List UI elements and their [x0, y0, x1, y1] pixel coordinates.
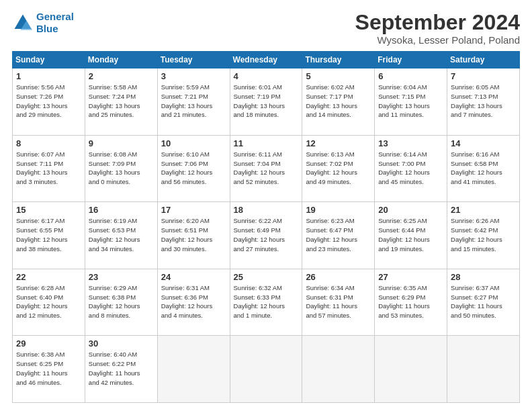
week-row-1: 1Sunrise: 5:56 AM Sunset: 7:26 PM Daylig… — [13, 68, 520, 136]
day-cell-15: 15Sunrise: 6:17 AM Sunset: 6:55 PM Dayli… — [13, 202, 85, 269]
logo-blue-text: Blue — [36, 23, 58, 34]
day-info: Sunrise: 6:31 AM Sunset: 6:36 PM Dayligh… — [161, 283, 226, 320]
page: General Blue September 2024 Wysoka, Less… — [0, 0, 532, 411]
day-cell-26: 26Sunrise: 6:34 AM Sunset: 6:31 PM Dayli… — [302, 269, 375, 336]
day-cell-30: 30Sunrise: 6:40 AM Sunset: 6:22 PM Dayli… — [85, 336, 157, 403]
day-info: Sunrise: 6:35 AM Sunset: 6:29 PM Dayligh… — [378, 283, 443, 320]
day-number: 30 — [89, 338, 154, 349]
day-number: 8 — [16, 138, 81, 148]
day-number: 22 — [16, 272, 81, 282]
day-number: 16 — [89, 205, 154, 215]
day-info: Sunrise: 6:28 AM Sunset: 6:40 PM Dayligh… — [16, 283, 81, 320]
day-cell-14: 14Sunrise: 6:16 AM Sunset: 6:58 PM Dayli… — [447, 135, 520, 202]
day-info: Sunrise: 6:07 AM Sunset: 7:11 PM Dayligh… — [16, 150, 81, 187]
day-cell-10: 10Sunrise: 6:10 AM Sunset: 7:06 PM Dayli… — [157, 135, 230, 202]
day-number: 7 — [451, 71, 516, 81]
day-cell-6: 6Sunrise: 6:04 AM Sunset: 7:15 PM Daylig… — [375, 68, 447, 136]
day-cell-9: 9Sunrise: 6:08 AM Sunset: 7:09 PM Daylig… — [85, 135, 157, 202]
weekday-header-friday: Friday — [375, 52, 447, 68]
day-info: Sunrise: 5:56 AM Sunset: 7:26 PM Dayligh… — [16, 83, 81, 120]
day-cell-18: 18Sunrise: 6:22 AM Sunset: 6:49 PM Dayli… — [230, 202, 302, 269]
day-info: Sunrise: 6:04 AM Sunset: 7:15 PM Dayligh… — [378, 83, 443, 120]
day-number: 2 — [89, 71, 154, 81]
day-number: 11 — [234, 138, 299, 148]
weekday-header-sunday: Sunday — [13, 52, 85, 68]
day-info: Sunrise: 6:16 AM Sunset: 6:58 PM Dayligh… — [451, 150, 516, 187]
day-info: Sunrise: 6:02 AM Sunset: 7:17 PM Dayligh… — [306, 83, 371, 120]
day-number: 12 — [306, 138, 371, 148]
day-cell-5: 5Sunrise: 6:02 AM Sunset: 7:17 PM Daylig… — [302, 68, 375, 136]
header: General Blue September 2024 Wysoka, Less… — [12, 11, 520, 46]
empty-cell — [447, 336, 520, 403]
day-cell-17: 17Sunrise: 6:20 AM Sunset: 6:51 PM Dayli… — [157, 202, 230, 269]
day-cell-22: 22Sunrise: 6:28 AM Sunset: 6:40 PM Dayli… — [13, 269, 85, 336]
day-info: Sunrise: 6:25 AM Sunset: 6:44 PM Dayligh… — [378, 216, 443, 253]
week-row-5: 29Sunrise: 6:38 AM Sunset: 6:25 PM Dayli… — [13, 336, 520, 403]
day-info: Sunrise: 6:14 AM Sunset: 7:00 PM Dayligh… — [378, 150, 443, 187]
day-number: 27 — [378, 272, 443, 282]
empty-cell — [157, 336, 230, 403]
day-cell-1: 1Sunrise: 5:56 AM Sunset: 7:26 PM Daylig… — [13, 68, 85, 136]
day-number: 29 — [16, 338, 81, 349]
weekday-header-monday: Monday — [85, 52, 157, 68]
week-row-4: 22Sunrise: 6:28 AM Sunset: 6:40 PM Dayli… — [13, 269, 520, 336]
day-number: 5 — [306, 71, 371, 81]
day-info: Sunrise: 6:32 AM Sunset: 6:33 PM Dayligh… — [234, 283, 299, 320]
day-info: Sunrise: 6:13 AM Sunset: 7:02 PM Dayligh… — [306, 150, 371, 187]
day-cell-4: 4Sunrise: 6:01 AM Sunset: 7:19 PM Daylig… — [230, 68, 302, 136]
subtitle: Wysoka, Lesser Poland, Poland — [355, 34, 520, 46]
day-info: Sunrise: 6:17 AM Sunset: 6:55 PM Dayligh… — [16, 216, 81, 253]
day-number: 26 — [306, 272, 371, 282]
day-number: 23 — [89, 272, 154, 282]
day-cell-21: 21Sunrise: 6:26 AM Sunset: 6:42 PM Dayli… — [447, 202, 520, 269]
day-number: 17 — [161, 205, 226, 215]
day-number: 21 — [451, 205, 516, 215]
day-info: Sunrise: 5:58 AM Sunset: 7:24 PM Dayligh… — [89, 83, 154, 120]
day-info: Sunrise: 6:05 AM Sunset: 7:13 PM Dayligh… — [451, 83, 516, 120]
day-info: Sunrise: 6:40 AM Sunset: 6:22 PM Dayligh… — [89, 350, 154, 387]
week-row-3: 15Sunrise: 6:17 AM Sunset: 6:55 PM Dayli… — [13, 202, 520, 269]
day-cell-28: 28Sunrise: 6:37 AM Sunset: 6:27 PM Dayli… — [447, 269, 520, 336]
calendar-table: SundayMondayTuesdayWednesdayThursdayFrid… — [12, 51, 520, 403]
logo-text: General Blue — [36, 11, 74, 35]
day-cell-2: 2Sunrise: 5:58 AM Sunset: 7:24 PM Daylig… — [85, 68, 157, 136]
day-number: 4 — [234, 71, 299, 81]
weekday-header-tuesday: Tuesday — [157, 52, 230, 68]
main-title: September 2024 — [355, 11, 520, 34]
day-number: 1 — [16, 71, 81, 81]
day-cell-27: 27Sunrise: 6:35 AM Sunset: 6:29 PM Dayli… — [375, 269, 447, 336]
title-block: September 2024 Wysoka, Lesser Poland, Po… — [355, 11, 520, 46]
day-info: Sunrise: 6:22 AM Sunset: 6:49 PM Dayligh… — [234, 216, 299, 253]
logo: General Blue — [12, 11, 74, 35]
day-number: 14 — [451, 138, 516, 148]
day-cell-12: 12Sunrise: 6:13 AM Sunset: 7:02 PM Dayli… — [302, 135, 375, 202]
day-info: Sunrise: 6:08 AM Sunset: 7:09 PM Dayligh… — [89, 150, 154, 187]
empty-cell — [375, 336, 447, 403]
empty-cell — [230, 336, 302, 403]
day-number: 13 — [378, 138, 443, 148]
empty-cell — [302, 336, 375, 403]
day-cell-19: 19Sunrise: 6:23 AM Sunset: 6:47 PM Dayli… — [302, 202, 375, 269]
day-number: 9 — [89, 138, 154, 148]
day-cell-29: 29Sunrise: 6:38 AM Sunset: 6:25 PM Dayli… — [13, 336, 85, 403]
day-info: Sunrise: 6:23 AM Sunset: 6:47 PM Dayligh… — [306, 216, 371, 253]
weekday-header-thursday: Thursday — [302, 52, 375, 68]
day-info: Sunrise: 6:29 AM Sunset: 6:38 PM Dayligh… — [89, 283, 154, 320]
day-cell-11: 11Sunrise: 6:11 AM Sunset: 7:04 PM Dayli… — [230, 135, 302, 202]
day-cell-20: 20Sunrise: 6:25 AM Sunset: 6:44 PM Dayli… — [375, 202, 447, 269]
week-row-2: 8Sunrise: 6:07 AM Sunset: 7:11 PM Daylig… — [13, 135, 520, 202]
day-info: Sunrise: 6:20 AM Sunset: 6:51 PM Dayligh… — [161, 216, 226, 253]
day-cell-25: 25Sunrise: 6:32 AM Sunset: 6:33 PM Dayli… — [230, 269, 302, 336]
day-cell-23: 23Sunrise: 6:29 AM Sunset: 6:38 PM Dayli… — [85, 269, 157, 336]
day-number: 10 — [161, 138, 226, 148]
day-number: 24 — [161, 272, 226, 282]
day-info: Sunrise: 6:11 AM Sunset: 7:04 PM Dayligh… — [234, 150, 299, 187]
day-cell-8: 8Sunrise: 6:07 AM Sunset: 7:11 PM Daylig… — [13, 135, 85, 202]
day-number: 6 — [378, 71, 443, 81]
day-number: 3 — [161, 71, 226, 81]
day-number: 18 — [234, 205, 299, 215]
day-info: Sunrise: 5:59 AM Sunset: 7:21 PM Dayligh… — [161, 83, 226, 120]
day-number: 15 — [16, 205, 81, 215]
day-info: Sunrise: 6:37 AM Sunset: 6:27 PM Dayligh… — [451, 283, 516, 320]
day-number: 20 — [378, 205, 443, 215]
